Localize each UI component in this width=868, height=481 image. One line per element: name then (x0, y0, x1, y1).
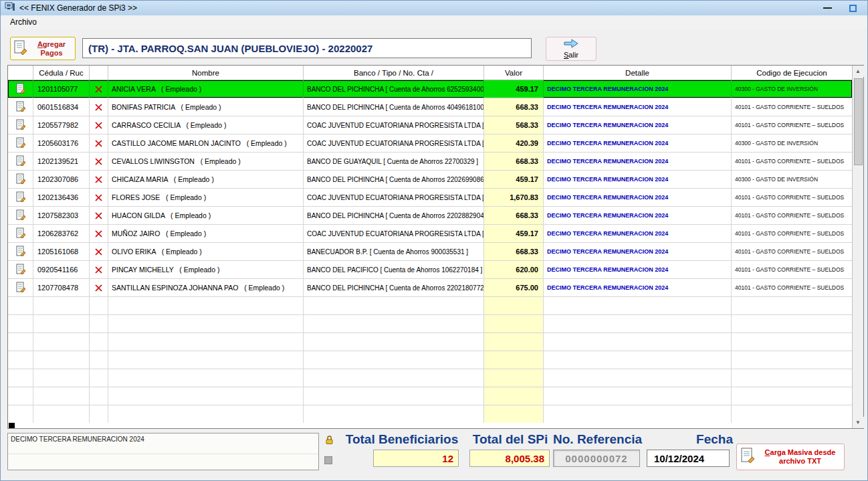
carga-masiva-button[interactable]: Carga Masiva desde archivo TXT (736, 444, 845, 470)
status-square (324, 456, 332, 464)
entity-name-field[interactable]: (TR) - JTA. PARROQ.SAN JUAN (PUEBLOVIEJO… (82, 38, 532, 58)
delete-row-button[interactable] (90, 171, 108, 188)
delete-row-button[interactable] (90, 207, 108, 224)
cedula-cell: 1205603176 (33, 134, 90, 152)
edit-row-button[interactable] (8, 116, 33, 134)
empty-table-row (8, 351, 852, 369)
nombre-cell: ANICIA VERA ( Empleado ) (108, 80, 304, 98)
toolbar: Agregar Pagos (TR) - JTA. PARROQ.SAN JUA… (1, 29, 867, 65)
header-delete-col (90, 66, 108, 80)
cedula-cell: 1206283762 (33, 225, 90, 242)
fecha-field[interactable]: 10/12/2024 (647, 450, 730, 467)
menubar: Archivo (1, 15, 867, 29)
delete-row-button[interactable] (90, 225, 108, 242)
table-row[interactable]: 1202307086 CHICAIZA MARIA ( Empleado ) B… (8, 171, 852, 189)
codigo-cell: 40101 - GASTO CORRIENTE – SUELDOS (732, 98, 852, 116)
banco-cell: BANCO DEL PICHINCHA [ Cuenta de Ahorros … (304, 207, 484, 224)
table-row[interactable]: 1207708478 SANTILLAN ESPINOZA JOHANNA PA… (8, 279, 852, 297)
valor-cell: 459.17 (484, 171, 544, 188)
exit-arrow-icon (563, 39, 579, 51)
cedula-cell: 1207708478 (33, 279, 90, 296)
table-row[interactable]: 1206283762 MUÑOZ JAIRO ( Empleado ) COAC… (8, 225, 852, 243)
delete-row-button[interactable] (90, 80, 108, 98)
edit-row-button[interactable] (8, 189, 33, 206)
scrollbar-thumb[interactable] (854, 78, 863, 165)
nombre-cell: CARRASCO CECILIA ( Empleado ) (108, 116, 304, 134)
cedula-cell: 1202307086 (33, 171, 90, 188)
total-beneficiarios-value: 12 (373, 450, 459, 467)
nombre-cell: CASTILLO JACOME MARLON JACINTO ( Emplead… (108, 134, 304, 152)
titlebar: << FENIX Generador de SPi3 >> (1, 1, 867, 15)
table-row[interactable]: 0601516834 BONIFAS PATRICIA ( Empleado )… (8, 98, 852, 116)
payments-table: Cédula / Ruc Nombre Banco / Tipo / No. C… (7, 65, 864, 429)
lock-icon[interactable] (324, 434, 334, 445)
delete-row-button[interactable] (90, 98, 108, 116)
empty-table-row (8, 369, 852, 387)
delete-row-button[interactable] (90, 243, 108, 260)
nombre-cell: HUACON GILDA ( Empleado ) (108, 207, 304, 224)
vertical-scrollbar[interactable]: ▲ ▼ (852, 66, 863, 428)
detalle-cell: DECIMO TERCERA REMUNERACION 2024 (544, 279, 732, 296)
edit-row-button[interactable] (8, 207, 33, 224)
cedula-cell: 1202136436 (33, 189, 90, 206)
valor-cell: 420.39 (484, 134, 544, 152)
table-row[interactable]: 1205603176 CASTILLO JACOME MARLON JACINT… (8, 134, 852, 153)
edit-row-button[interactable] (8, 225, 33, 242)
detalle-cell: DECIMO TERCERA REMUNERACION 2024 (544, 80, 732, 98)
menu-archivo[interactable]: Archivo (6, 16, 41, 28)
detalle-notes-text: DECIMO TERCERA REMUNERACION 2024 (11, 436, 144, 443)
banco-cell: BANCO DEL PICHINCHA [ Cuenta de Ahorros … (304, 80, 484, 98)
delete-row-button[interactable] (90, 134, 108, 152)
codigo-cell: 40101 - GASTO CORRIENTE – SUELDOS (732, 116, 852, 134)
empty-table-row (8, 387, 852, 405)
scroll-down-icon[interactable]: ▼ (853, 417, 864, 428)
cedula-cell: 0601516834 (33, 98, 90, 116)
edit-row-button[interactable] (8, 261, 33, 278)
codigo-cell: 40101 - GASTO CORRIENTE – SUELDOS (732, 261, 852, 278)
detalle-notes-box[interactable]: DECIMO TERCERA REMUNERACION 2024 (7, 433, 319, 470)
agregar-pagos-button[interactable]: Agregar Pagos (10, 37, 76, 60)
edit-row-button[interactable] (8, 134, 33, 152)
valor-cell: 675.00 (484, 279, 544, 296)
table-row[interactable]: 1205161068 OLIVO ERIKA ( Empleado ) BANE… (8, 243, 852, 261)
app-icon (5, 2, 15, 15)
detalle-cell: DECIMO TERCERA REMUNERACION 2024 (544, 116, 732, 134)
nombre-cell: CEVALLOS LIWINSGTON ( Empleado ) (108, 153, 304, 170)
scroll-up-icon[interactable]: ▲ (853, 66, 864, 77)
table-row[interactable]: 1202139521 CEVALLOS LIWINSGTON ( Emplead… (8, 153, 852, 171)
edit-row-button[interactable] (8, 80, 33, 98)
detalle-cell: DECIMO TERCERA REMUNERACION 2024 (544, 207, 732, 224)
valor-cell: 668.33 (484, 243, 544, 260)
delete-row-button[interactable] (90, 261, 108, 278)
detalle-cell: DECIMO TERCERA REMUNERACION 2024 (544, 153, 732, 170)
edit-row-button[interactable] (8, 243, 33, 260)
salir-button[interactable]: Salir (546, 37, 596, 61)
maximize-button[interactable] (849, 5, 857, 12)
edit-row-button[interactable] (8, 279, 33, 296)
table-row[interactable]: 0920541166 PINCAY MICHELLY ( Empleado ) … (8, 261, 852, 279)
table-header: Cédula / Ruc Nombre Banco / Tipo / No. C… (8, 66, 852, 80)
minimize-button[interactable] (823, 7, 832, 9)
table-row[interactable]: 1205577982 CARRASCO CECILIA ( Empleado )… (8, 116, 852, 134)
detalle-cell: DECIMO TERCERA REMUNERACION 2024 (544, 171, 732, 188)
header-detalle: Detalle (544, 66, 732, 80)
header-valor: Valor (484, 66, 544, 80)
horizontal-scroll-strip[interactable] (8, 423, 852, 428)
table-row[interactable]: 1201105077 ANICIA VERA ( Empleado ) BANC… (8, 80, 852, 98)
delete-row-button[interactable] (90, 116, 108, 134)
empty-table-row (8, 315, 852, 333)
banco-cell: COAC JUVENTUD ECUATORIANA PROGRESISTA LT… (304, 116, 484, 134)
window-title: << FENIX Generador de SPi3 >> (19, 3, 137, 13)
edit-row-button[interactable] (8, 153, 33, 170)
table-row[interactable]: 1207582303 HUACON GILDA ( Empleado ) BAN… (8, 207, 852, 225)
banco-cell: BANCO DEL PACIFICO [ Cuenta de Ahorros 1… (304, 261, 484, 278)
delete-row-button[interactable] (90, 189, 108, 206)
edit-row-button[interactable] (8, 98, 33, 116)
delete-row-button[interactable] (90, 153, 108, 170)
valor-cell: 1,670.83 (484, 189, 544, 206)
edit-row-button[interactable] (8, 171, 33, 188)
no-referencia-field[interactable]: 0000000072 (553, 450, 640, 467)
delete-row-button[interactable] (90, 279, 108, 296)
table-row[interactable]: 1202136436 FLORES JOSE ( Empleado ) COAC… (8, 189, 852, 207)
valor-cell: 459.17 (484, 225, 544, 242)
